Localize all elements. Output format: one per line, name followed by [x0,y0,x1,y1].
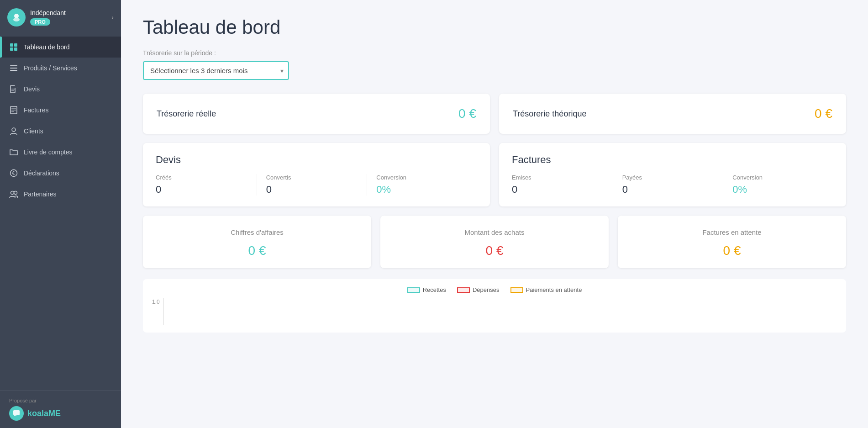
svg-point-21 [14,191,17,195]
legend-paiements: Paiements en attente [510,286,582,293]
factures-payees-value: 0 [622,184,714,196]
sidebar-item-label: Factures [24,106,48,114]
tresorerie-theorique-card: Trésorerie théorique 0 € [499,94,846,134]
factures-conversion-label: Conversion [732,174,824,181]
legend-recettes-label: Recettes [423,286,446,293]
devis-crees: Créés 0 [156,174,257,196]
legend-recettes-color [407,287,420,293]
factures-attente-card: Factures en attente 0 € [618,216,846,268]
devis-conversion-label: Conversion [376,174,468,181]
sidebar-header: Indépendant PRO › [0,0,121,33]
svg-point-20 [11,191,14,195]
svg-point-0 [14,14,19,18]
sidebar: Indépendant PRO › Tableau de bord [0,0,121,428]
factures-attente-label: Factures en attente [702,228,761,236]
sidebar-item-label: Partenaires [24,190,57,198]
factures-emises: Emises 0 [512,174,613,196]
svg-rect-8 [10,70,17,71]
factures-emises-label: Emises [512,174,604,181]
chart-section: Recettes Dépenses Paiements en attente 1… [143,279,846,333]
tresorerie-theorique-value: 0 € [815,106,832,121]
devis-title: Devis [156,154,477,166]
legend-paiements-label: Paiements en attente [526,286,582,293]
sidebar-item-declarations[interactable]: € Déclarations [0,163,121,184]
sidebar-item-factures[interactable]: Factures [0,100,121,121]
tresorerie-reelle-value: 0 € [458,106,476,121]
file-icon [9,85,18,94]
sidebar-item-livre-de-comptes[interactable]: Livre de comptes [0,142,121,163]
svg-rect-4 [10,48,13,51]
tresorerie-reelle-card: Trésorerie réelle 0 € [143,94,490,134]
sidebar-user-info: Indépendant PRO [30,9,66,26]
sidebar-item-clients[interactable]: Clients [0,121,121,142]
svg-rect-3 [14,43,17,47]
svg-point-17 [12,128,16,132]
footer-brand-name: koalaME [27,409,61,418]
sidebar-item-label: Produits / Services [24,64,77,72]
factures-card: Factures Emises 0 Payées 0 Conversion 0% [499,143,846,206]
devis-card: Devis Créés 0 Convertis 0 Conversion 0% [143,143,490,206]
factures-metrics: Emises 0 Payées 0 Conversion 0% [512,174,833,196]
grid-icon [9,42,18,52]
factures-payees-label: Payées [622,174,714,181]
folder-icon [9,148,18,157]
montant-achats-label: Montant des achats [465,228,525,236]
factures-emises-value: 0 [512,184,604,196]
svg-rect-22 [13,410,20,415]
legend-depenses-label: Dépenses [473,286,500,293]
footer-chat-icon[interactable] [9,406,24,421]
devis-conversion: Conversion 0% [376,174,477,196]
sidebar-navigation: Tableau de bord Produits / Services [0,33,121,390]
legend-depenses-color [457,287,470,293]
legend-paiements-color [510,287,523,293]
list-icon [9,63,18,73]
sidebar-pro-badge: PRO [30,18,50,26]
chart-y-label: 1.0 [152,298,163,305]
devis-factures-row: Devis Créés 0 Convertis 0 Conversion 0% … [143,143,846,206]
devis-crees-value: 0 [156,184,247,196]
factures-conversion: Conversion 0% [732,174,833,196]
main-content: Tableau de bord Trésorerie sur la périod… [121,0,868,428]
montant-achats-value: 0 € [486,243,504,258]
euro-icon: € [9,169,18,178]
factures-conversion-value: 0% [732,184,824,196]
sidebar-item-label: Clients [24,127,43,135]
person-icon [9,127,18,136]
page-title: Tableau de bord [143,16,846,38]
devis-convertis: Convertis 0 [266,174,368,196]
sidebar-item-label: Tableau de bord [24,43,69,51]
footer-brand: koalaME [9,406,112,421]
period-label: Trésorerie sur la période : [143,49,846,57]
legend-depenses: Dépenses [457,286,500,293]
period-select[interactable]: Sélectionner les 3 derniers mois Ce mois… [143,61,289,80]
sidebar-item-tableau-de-bord[interactable]: Tableau de bord [0,37,121,58]
tresorerie-reelle-label: Trésorerie réelle [157,109,216,119]
sidebar-footer: Proposé par koalaME [0,390,121,428]
sidebar-item-devis[interactable]: Devis [0,79,121,100]
sidebar-item-label: Déclarations [24,169,59,177]
bottom-cards-row: Chiffres d'affaires 0 € Montant des acha… [143,216,846,268]
chiffres-affaires-card: Chiffres d'affaires 0 € [143,216,371,268]
sidebar-item-label: Livre de comptes [24,148,73,156]
sidebar-item-produits-services[interactable]: Produits / Services [0,58,121,79]
sidebar-username: Indépendant [30,9,66,16]
chart-area: 1.0 [152,298,837,325]
chiffres-affaires-label: Chiffres d'affaires [231,228,284,236]
app-logo [7,8,26,26]
factures-attente-value: 0 € [723,243,741,258]
chiffres-affaires-value: 0 € [248,243,266,258]
footer-proposed-label: Proposé par [9,398,112,403]
svg-text:€: € [12,171,15,176]
montant-achats-card: Montant des achats 0 € [380,216,609,268]
devis-metrics: Créés 0 Convertis 0 Conversion 0% [156,174,477,196]
tresorerie-theorique-label: Trésorerie théorique [513,109,586,119]
svg-rect-7 [10,68,17,69]
sidebar-item-partenaires[interactable]: Partenaires [0,184,121,205]
sidebar-expand-icon[interactable]: › [111,14,114,21]
devis-convertis-value: 0 [266,184,358,196]
svg-rect-10 [15,85,17,88]
svg-rect-5 [14,48,17,51]
sidebar-item-label: Devis [24,85,40,93]
svg-point-1 [13,18,20,21]
people-icon [9,190,18,199]
